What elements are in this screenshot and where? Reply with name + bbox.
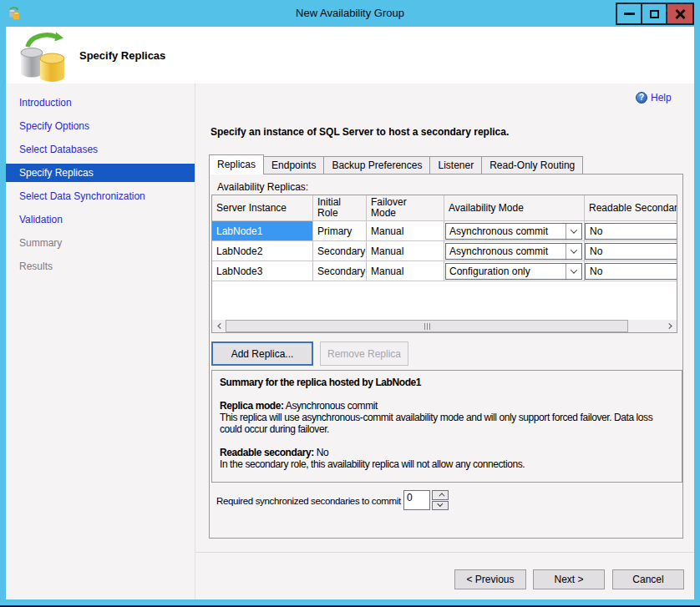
- readable-secondary-dropdown[interactable]: No: [585, 223, 677, 240]
- tab-read-only-routing[interactable]: Read-Only Routing: [482, 156, 583, 175]
- availability-mode-dropdown[interactable]: Asynchronous commit: [445, 223, 582, 240]
- step-validation[interactable]: Validation: [6, 210, 195, 229]
- summary-title: Summary for the replica hosted by LabNod…: [220, 377, 674, 388]
- titlebar: New Availability Group: [0, 0, 700, 27]
- step-specify-replicas[interactable]: Specify Replicas: [6, 164, 195, 182]
- footer-divider: [195, 552, 694, 553]
- scrollbar-track[interactable]: [226, 320, 663, 332]
- cell-server-instance[interactable]: LabNode3: [212, 261, 313, 281]
- help-icon: ?: [636, 92, 647, 104]
- cell-availability-mode: Asynchronous commit: [444, 241, 585, 261]
- scroll-left-button[interactable]: [212, 320, 226, 332]
- cell-availability-mode: Asynchronous commit: [444, 221, 585, 240]
- chevron-up-icon: [439, 493, 444, 499]
- next-button[interactable]: Next >: [533, 569, 605, 589]
- cancel-button[interactable]: Cancel: [612, 569, 684, 589]
- replica-row: LabNode2 Secondary Manual Asynchronous c…: [212, 241, 677, 261]
- maximize-button[interactable]: [641, 3, 667, 25]
- scroll-right-button[interactable]: [663, 320, 677, 332]
- step-summary: Summary: [6, 234, 195, 252]
- chevron-down-icon: [437, 501, 443, 507]
- previous-button[interactable]: < Previous: [454, 569, 526, 589]
- replica-summary-panel: Summary for the replica hosted by LabNod…: [211, 370, 682, 483]
- stepper-down-button[interactable]: [432, 501, 449, 511]
- tab-replicas[interactable]: Replicas: [209, 154, 264, 175]
- wizard-content: ? Help Specify an instance of SQL Server…: [195, 83, 694, 599]
- availability-mode-value: Asynchronous commit: [446, 245, 566, 257]
- availability-replicas-label: Availability Replicas:: [217, 181, 308, 193]
- help-link[interactable]: ? Help: [636, 92, 672, 104]
- availability-replicas-grid: Server Instance Initial Role Failover Mo…: [211, 195, 677, 333]
- required-secondaries-input[interactable]: 0: [403, 490, 430, 510]
- cell-readable-secondary: No: [585, 221, 677, 240]
- readable-secondary-line: Readable secondary: No: [220, 447, 674, 458]
- required-secondaries-stepper: [432, 490, 449, 510]
- column-header-failover-mode[interactable]: Failover Mode: [367, 195, 444, 220]
- dropdown-arrow-icon[interactable]: [566, 224, 581, 239]
- availability-mode-value: Asynchronous commit: [446, 225, 566, 237]
- maximize-icon: [650, 10, 659, 18]
- replicas-tab-panel: Availability Replicas: Server Instance I…: [209, 174, 683, 539]
- cell-readable-secondary: No: [585, 261, 677, 281]
- scroll-left-icon: [217, 323, 223, 329]
- scrollbar-thumb[interactable]: [226, 320, 628, 332]
- tab-endpoints[interactable]: Endpoints: [264, 156, 324, 175]
- dropdown-arrow-icon[interactable]: [566, 244, 581, 259]
- scroll-right-icon: [666, 323, 672, 329]
- cell-failover-mode[interactable]: Manual: [367, 241, 444, 261]
- tab-backup-preferences[interactable]: Backup Preferences: [324, 156, 430, 175]
- page-title: Specify Replicas: [79, 49, 165, 62]
- cell-initial-role[interactable]: Primary: [313, 221, 367, 240]
- availability-mode-value: Configuration only: [446, 266, 566, 277]
- minimize-icon: [624, 13, 635, 15]
- stepper-up-button[interactable]: [432, 490, 449, 500]
- help-label: Help: [651, 92, 672, 104]
- readable-secondary-dropdown[interactable]: No: [585, 243, 677, 260]
- cell-availability-mode: Configuration only: [444, 261, 585, 281]
- cell-server-instance[interactable]: LabNode1: [212, 221, 313, 240]
- replica-mode-description: This replica will use asynchronous-commi…: [220, 412, 674, 435]
- step-select-data-synchronization[interactable]: Select Data Synchronization: [6, 187, 195, 205]
- close-icon: [675, 9, 686, 19]
- column-header-readable-secondary[interactable]: Readable Secondary: [585, 195, 677, 220]
- tab-strip: Replicas Endpoints Backup Preferences Li…: [209, 154, 583, 175]
- remove-replica-button[interactable]: Remove Replica: [320, 341, 408, 366]
- tab-listener[interactable]: Listener: [430, 156, 482, 175]
- cell-failover-mode[interactable]: Manual: [367, 221, 444, 240]
- column-header-availability-mode[interactable]: Availability Mode: [444, 195, 585, 220]
- readable-secondary-value: No: [590, 245, 602, 257]
- database-replica-icon: [20, 30, 67, 82]
- wizard-header: Specify Replicas: [6, 27, 694, 83]
- wizard-steps-sidebar: Introduction Specify Options Select Data…: [6, 83, 195, 599]
- add-replica-button[interactable]: Add Replica...: [211, 341, 313, 366]
- readable-secondary-value: No: [590, 266, 602, 277]
- step-results: Results: [6, 257, 195, 276]
- replica-row: LabNode3 Secondary Manual Configuration …: [212, 261, 677, 281]
- step-introduction[interactable]: Introduction: [6, 94, 195, 112]
- replica-mode-line: Replica mode: Asynchronous commit: [220, 400, 674, 412]
- required-secondaries-label: Required synchronized secondaries to com…: [216, 496, 401, 506]
- readable-secondary-dropdown[interactable]: No: [585, 263, 677, 280]
- cell-initial-role[interactable]: Secondary: [313, 261, 367, 281]
- cell-failover-mode[interactable]: Manual: [367, 261, 444, 281]
- instruction-text: Specify an instance of SQL Server to hos…: [211, 126, 509, 138]
- horizontal-scrollbar[interactable]: [212, 320, 677, 332]
- availability-mode-dropdown[interactable]: Configuration only: [445, 263, 582, 280]
- cell-readable-secondary: No: [585, 241, 677, 261]
- availability-mode-dropdown[interactable]: Asynchronous commit: [445, 243, 582, 260]
- replica-row: LabNode1 Primary Manual Asynchronous com…: [212, 221, 677, 241]
- dropdown-arrow-icon[interactable]: [566, 264, 581, 279]
- cell-initial-role[interactable]: Secondary: [313, 241, 367, 261]
- grid-header-row: Server Instance Initial Role Failover Mo…: [212, 195, 677, 221]
- minimize-button[interactable]: [616, 3, 642, 25]
- close-button[interactable]: [666, 3, 694, 25]
- readable-secondary-value: No: [590, 225, 602, 237]
- cell-server-instance[interactable]: LabNode2: [212, 241, 313, 261]
- column-header-server-instance[interactable]: Server Instance: [212, 195, 313, 220]
- window-title: New Availability Group: [0, 0, 700, 27]
- step-specify-options[interactable]: Specify Options: [6, 117, 195, 135]
- column-header-initial-role[interactable]: Initial Role: [313, 195, 367, 220]
- readable-secondary-description: In the secondary role, this availability…: [220, 458, 674, 470]
- step-select-databases[interactable]: Select Databases: [6, 140, 195, 159]
- wizard-window: New Availability Group: [0, 0, 700, 607]
